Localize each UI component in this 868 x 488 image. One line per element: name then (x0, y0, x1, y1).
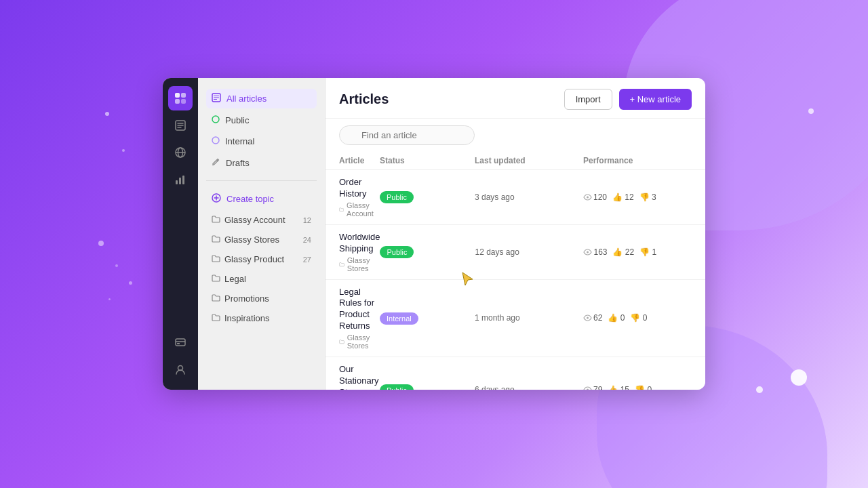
article-folder: Glassy Account (339, 201, 380, 218)
article-last-updated: 6 days ago (475, 385, 583, 390)
article-status: Public (380, 190, 475, 203)
svg-point-33 (587, 389, 589, 390)
article-last-updated: 3 days ago (475, 192, 583, 202)
create-topic-label: Create topic (226, 194, 274, 204)
svg-rect-12 (179, 178, 181, 184)
article-row[interactable]: Order History Glassy Account Public 3 da… (326, 170, 705, 225)
profile-nav-icon[interactable] (168, 357, 193, 382)
article-info: Legal Rules for Product Returns Glassy S… (339, 287, 380, 350)
folder-icon (212, 215, 220, 225)
folder-glassy-product-label: Glassy Product (224, 254, 284, 264)
status-badge: Public (380, 384, 414, 390)
article-performance: 62 👍 0 👎 0 (583, 313, 692, 323)
create-topic-button[interactable]: Create topic (206, 189, 317, 209)
folder-icon (212, 254, 220, 264)
search-input[interactable] (339, 125, 475, 145)
thumbs-up-count: 👍 22 (612, 247, 634, 257)
nav-drafts[interactable]: Drafts (206, 153, 317, 172)
article-row[interactable]: Our Stationary Stores Glassy Stores Publ… (326, 357, 705, 390)
svg-line-24 (217, 160, 218, 161)
articles-nav-icon[interactable] (168, 113, 193, 138)
folder-glassy-stores-label: Glassy Stores (224, 235, 279, 245)
table-header: Article Status Last updated Performance (326, 152, 705, 170)
article-title: Legal Rules for Product Returns (339, 287, 380, 333)
article-folder: Glassy Stores (339, 333, 380, 350)
col-article: Article (339, 156, 380, 165)
article-title: Order History (339, 177, 380, 200)
svg-point-22 (212, 116, 219, 123)
svg-rect-13 (182, 176, 184, 184)
folder-icon (212, 235, 220, 245)
header-actions: Import + New article (564, 89, 692, 110)
nav-public[interactable]: Public (206, 111, 317, 129)
article-last-updated: 1 month ago (475, 313, 583, 323)
svg-rect-1 (181, 93, 186, 98)
views-count: 62 (583, 313, 602, 323)
article-info: Our Stationary Stores Glassy Stores (339, 364, 380, 390)
folder-glassy-account-count: 12 (303, 216, 311, 224)
svg-point-23 (212, 137, 219, 144)
internal-icon (212, 136, 220, 146)
status-badge: Public (380, 246, 414, 258)
globe-nav-icon[interactable] (168, 140, 193, 165)
nav-public-label: Public (225, 115, 249, 125)
drafts-icon (212, 157, 220, 168)
folder-promotions[interactable]: Promotions (206, 290, 317, 307)
folder-icon (212, 313, 220, 323)
folder-glassy-product[interactable]: Glassy Product 27 (206, 251, 317, 268)
article-status: Public (380, 384, 475, 390)
svg-rect-14 (176, 339, 185, 346)
col-last-updated: Last updated (475, 156, 583, 165)
folder-legal[interactable]: Legal (206, 270, 317, 287)
views-count: 163 (583, 247, 607, 257)
folder-glassy-account[interactable]: Glassy Account 12 (206, 211, 317, 228)
folder-glassy-stores[interactable]: Glassy Stores 24 (206, 231, 317, 248)
billing-nav-icon[interactable] (168, 330, 193, 354)
nav-all-articles[interactable]: All articles (206, 89, 317, 108)
import-button[interactable]: Import (564, 89, 612, 110)
article-folder: Glassy Stores (339, 256, 380, 272)
article-row[interactable]: Worldwide Shipping Glassy Stores Public … (326, 225, 705, 280)
article-info: Worldwide Shipping Glassy Stores (339, 232, 380, 272)
svg-point-30 (587, 196, 589, 198)
nav-divider (206, 180, 317, 181)
public-icon (212, 115, 220, 125)
article-title: Worldwide Shipping (339, 232, 380, 255)
thumbs-down-count: 👎 0 (635, 385, 652, 390)
folder-glassy-product-count: 27 (303, 256, 311, 264)
svg-rect-3 (181, 99, 186, 104)
status-badge: Public (380, 191, 414, 203)
svg-rect-11 (176, 180, 178, 184)
thumbs-up-count: 👍 12 (612, 192, 634, 202)
analytics-nav-icon[interactable] (168, 167, 193, 192)
svg-rect-2 (175, 99, 180, 104)
svg-point-31 (587, 251, 589, 253)
main-content: Articles Import + New article Article St… (326, 78, 705, 390)
article-performance: 163 👍 22 👎 1 (583, 247, 692, 257)
folder-inspirations[interactable]: Inspirations (206, 310, 317, 327)
article-performance: 120 👍 12 👎 3 (583, 192, 692, 202)
logo-button[interactable] (168, 86, 193, 110)
svg-point-32 (587, 317, 589, 319)
article-status: Internal (380, 312, 475, 325)
thumbs-down-count: 👎 3 (639, 192, 656, 202)
views-count: 79 (583, 385, 602, 390)
thumbs-up-count: 👍 15 (608, 385, 629, 390)
nav-drafts-label: Drafts (226, 158, 250, 168)
folder-glassy-stores-count: 24 (303, 236, 311, 244)
svg-rect-16 (177, 343, 180, 344)
folder-promotions-label: Promotions (224, 293, 269, 304)
folder-icon (212, 293, 220, 304)
all-articles-icon (212, 93, 221, 104)
create-topic-icon (212, 193, 221, 205)
folder-inspirations-label: Inspirations (224, 313, 269, 323)
nav-internal[interactable]: Internal (206, 132, 317, 150)
main-header: Articles Import + New article (326, 78, 705, 119)
new-article-button[interactable]: + New article (619, 89, 692, 110)
article-row[interactable]: Legal Rules for Product Returns Glassy S… (326, 280, 705, 358)
thumbs-up-count: 👍 0 (608, 313, 625, 323)
views-count: 120 (583, 192, 607, 202)
folder-icon (212, 274, 220, 284)
articles-list: Order History Glassy Account Public 3 da… (326, 170, 705, 390)
thumbs-down-count: 👎 1 (639, 247, 656, 257)
